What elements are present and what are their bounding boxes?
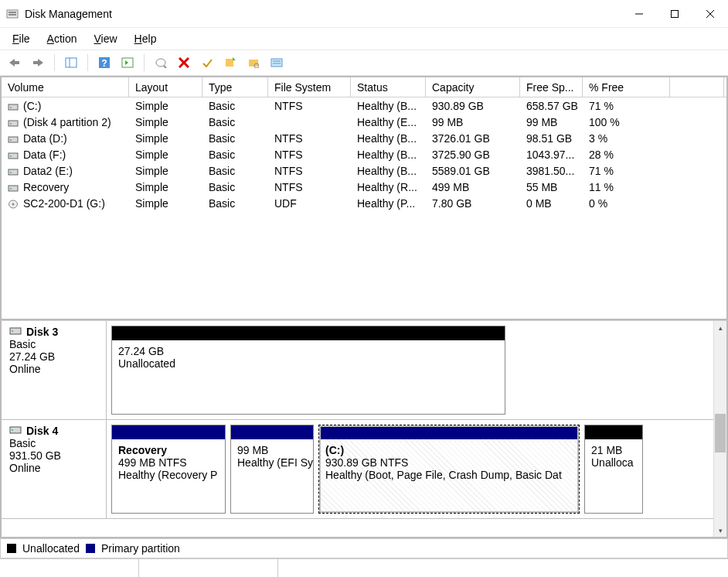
volume-name: (Disk 4 partition 2) — [23, 116, 111, 128]
svg-rect-11 — [66, 58, 77, 67]
volume-row[interactable]: Data (F:)SimpleBasicNTFSHealthy (B...372… — [2, 146, 726, 162]
col-status[interactable]: Status — [351, 77, 426, 97]
delete-icon[interactable] — [174, 53, 194, 73]
col-pctfree[interactable]: % Free — [583, 77, 670, 97]
volume-layout: Simple — [129, 165, 202, 177]
mark-active-icon[interactable] — [197, 53, 217, 73]
toolbar: ? — [0, 50, 728, 76]
volume-freespace: 3981.50... — [520, 165, 583, 177]
explore-icon[interactable] — [243, 53, 264, 73]
rescan-disks-icon[interactable] — [151, 53, 171, 73]
menu-file[interactable]: File — [6, 31, 36, 46]
volume-row[interactable]: Data (D:)SimpleBasicNTFSHealthy (B...372… — [2, 130, 726, 146]
partition-body: Recovery499 MB NTFSHealthy (Recovery P — [112, 439, 225, 513]
svg-point-31 — [10, 123, 12, 125]
volume-type: Basic — [202, 132, 268, 145]
partition-status: Unallocated — [118, 357, 498, 370]
maximize-button[interactable] — [657, 2, 692, 26]
volume-type: Basic — [202, 116, 268, 128]
volume-capacity: 7.80 GB — [426, 197, 520, 210]
close-button[interactable] — [692, 2, 728, 26]
volume-layout: Simple — [129, 132, 202, 145]
svg-rect-32 — [9, 137, 18, 142]
volume-row[interactable]: Data2 (E:)SimpleBasicNTFSHealthy (B...55… — [2, 162, 726, 179]
menu-view[interactable]: View — [88, 31, 124, 46]
disk-row: Disk 4Basic931.50 GBOnlineRecovery499 MB… — [2, 420, 713, 519]
svg-rect-23 — [249, 60, 258, 67]
partition-size: 499 MB NTFS — [118, 456, 219, 469]
svg-point-45 — [12, 429, 13, 431]
volume-layout: Simple — [129, 181, 202, 193]
volume-list[interactable]: Volume Layout Type File System Status Ca… — [0, 76, 728, 320]
volume-row[interactable]: (Disk 4 partition 2)SimpleBasicHealthy (… — [2, 114, 726, 130]
help-icon[interactable]: ? — [94, 53, 114, 73]
scroll-thumb[interactable] — [715, 414, 726, 452]
volume-freespace: 0 MB — [520, 197, 583, 210]
forward-button[interactable] — [28, 53, 48, 73]
scroll-up-icon[interactable]: ▴ — [714, 321, 726, 334]
col-capacity[interactable]: Capacity — [426, 77, 520, 97]
partition-size: 99 MB — [237, 444, 307, 456]
disk-size: 27.24 GB — [9, 350, 98, 363]
partition-header — [112, 425, 225, 439]
svg-point-35 — [10, 155, 12, 157]
disk-info[interactable]: Disk 4Basic931.50 GBOnline — [2, 420, 107, 518]
vertical-scrollbar[interactable]: ▴ ▾ — [713, 321, 726, 537]
volume-filesystem: NTFS — [268, 100, 351, 112]
disk-state: Online — [9, 462, 98, 474]
menu-help[interactable]: Help — [128, 31, 163, 46]
disk-size: 931.50 GB — [9, 449, 98, 462]
properties-icon[interactable] — [267, 53, 287, 73]
volume-freespace: 658.57 GB — [520, 100, 583, 112]
partition[interactable]: 27.24 GBUnallocated — [111, 326, 505, 415]
col-freespace[interactable]: Free Sp... — [520, 77, 583, 97]
svg-rect-2 — [9, 14, 16, 15]
col-type[interactable]: Type — [202, 77, 268, 97]
volume-pctfree: 0 % — [583, 197, 670, 210]
partition-status: Healthy (Boot, Page File, Crash Dump, Ba… — [325, 469, 573, 481]
partition-size: 27.24 GB — [118, 345, 498, 357]
svg-rect-10 — [33, 61, 38, 64]
new-volume-icon[interactable] — [220, 53, 240, 73]
show-hide-console-tree-icon[interactable] — [61, 53, 81, 73]
partition[interactable]: Recovery499 MB NTFSHealthy (Recovery P — [111, 425, 226, 514]
minimize-button[interactable] — [621, 2, 657, 26]
drive-icon — [8, 101, 19, 111]
volume-row[interactable]: SC2-200-D1 (G:)SimpleBasicUDFHealthy (P.… — [2, 195, 726, 211]
disk-type: Basic — [9, 338, 98, 350]
volume-row[interactable]: RecoverySimpleBasicNTFSHealthy (R...499 … — [2, 179, 726, 195]
volume-name: Recovery — [23, 181, 69, 193]
partition-size: 930.89 GB NTFS — [325, 456, 573, 469]
menu-action[interactable]: Action — [41, 31, 83, 46]
drive-icon — [8, 183, 19, 192]
disk-pane-content[interactable]: Disk 3Basic27.24 GBOnline27.24 GBUnalloc… — [2, 321, 713, 537]
volume-name: (C:) — [23, 100, 41, 112]
refresh-icon[interactable] — [117, 53, 138, 73]
volume-pctfree: 28 % — [583, 149, 670, 161]
volume-pctfree: 71 % — [583, 100, 670, 112]
disk-info[interactable]: Disk 3Basic27.24 GBOnline — [2, 321, 107, 419]
volume-pctfree: 100 % — [583, 116, 670, 128]
volume-filesystem: NTFS — [268, 165, 351, 177]
legend: Unallocated Primary partition — [0, 538, 728, 558]
volume-layout: Simple — [129, 197, 202, 210]
svg-point-37 — [10, 172, 12, 173]
partition-status: Healthy (Recovery P — [118, 469, 219, 481]
volume-layout: Simple — [129, 149, 202, 161]
svg-rect-4 — [672, 10, 679, 17]
drive-icon — [8, 166, 19, 176]
partition[interactable]: 21 MBUnalloca — [584, 425, 643, 514]
col-filesystem[interactable]: File System — [268, 77, 351, 97]
partition[interactable]: 99 MBHealthy (EFI Sy — [230, 425, 314, 514]
volume-row[interactable]: (C:)SimpleBasicNTFSHealthy (B...930.89 G… — [2, 97, 726, 114]
col-volume[interactable]: Volume — [2, 77, 129, 97]
scroll-down-icon[interactable]: ▾ — [714, 524, 726, 537]
partition[interactable]: (C:)930.89 GB NTFSHealthy (Boot, Page Fi… — [318, 425, 580, 514]
back-button[interactable] — [5, 53, 25, 73]
partition-status: Healthy (EFI Sy — [237, 456, 307, 469]
col-extra[interactable] — [670, 77, 724, 97]
volume-type: Basic — [202, 149, 268, 161]
col-layout[interactable]: Layout — [129, 77, 202, 97]
window-title: Disk Management — [25, 8, 621, 20]
volume-status: Healthy (E... — [351, 116, 426, 128]
